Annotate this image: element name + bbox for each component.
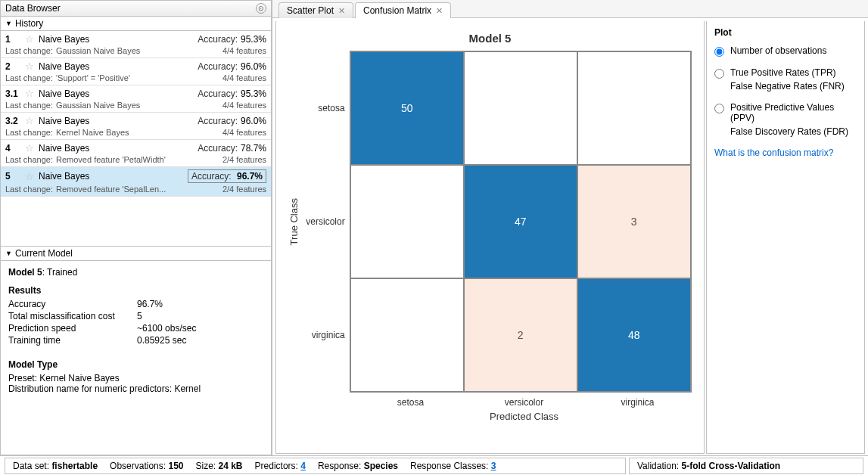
cm-cell-2-1: 2 — [464, 278, 577, 392]
status-predictors: Predictors: 4 — [255, 461, 306, 471]
result-row: Training time0.85925 sec — [8, 335, 263, 346]
status-response: Response: Species — [318, 461, 398, 471]
confusion-matrix-grid: 50473248 — [350, 51, 692, 393]
result-row: Total misclassification cost5 — [8, 311, 263, 321]
history-item-2[interactable]: 2 ☆ Naive Bayes Accuracy: 96.0% Last cha… — [1, 58, 271, 85]
radio-num-obs-input[interactable] — [714, 47, 724, 57]
data-browser-title: Data Browser — [5, 3, 61, 14]
status-observations: Observations: 150 — [110, 461, 183, 471]
xtick: setosa — [354, 397, 468, 408]
radio-ppv-label: Positive Predictive Values (PPV) — [730, 102, 857, 123]
x-axis-label: Predicted Class — [354, 411, 695, 422]
modeltype-line: Preset: Kernel Naive Bayes — [8, 373, 263, 383]
result-row: Prediction speed~6100 obs/sec — [8, 323, 263, 334]
current-model-body[interactable]: Model 5: Trained Results Accuracy96.7%To… — [0, 261, 272, 455]
history-item-1[interactable]: 1 ☆ Naive Bayes Accuracy: 95.3% Last cha… — [1, 31, 271, 58]
history-item-3.2[interactable]: 3.2 ☆ Naive Bayes Accuracy: 96.0% Last c… — [1, 113, 271, 140]
cm-cell-2-2: 48 — [577, 278, 691, 392]
radio-tpr-fnr[interactable]: True Positive Rates (TPR) False Negative… — [714, 67, 857, 92]
radio-ppv-fdr[interactable]: Positive Predictive Values (PPV) False D… — [714, 102, 857, 137]
cm-cell-2-0 — [350, 278, 464, 392]
radio-fdr-label: False Discovery Rates (FDR) — [730, 126, 857, 137]
cm-cell-1-2: 3 — [577, 165, 691, 278]
close-icon[interactable]: ✕ — [338, 6, 345, 16]
plot-options-header: Plot — [714, 27, 857, 38]
modeltype-heading: Model Type — [8, 359, 263, 370]
current-model-title: Model 5: Trained — [8, 267, 263, 278]
y-ticks: setosaversicolorvirginica — [306, 51, 344, 392]
cm-cell-1-0 — [350, 165, 464, 278]
left-panel: Data Browser ⊙ ▼ History 1 ☆ Naive Bayes… — [0, 0, 272, 455]
status-box-main: Data set: fishertable Observations: 150 … — [5, 458, 626, 474]
xtick: versicolor — [468, 397, 581, 408]
radio-tpr-label: True Positive Rates (TPR) — [730, 67, 845, 78]
history-list[interactable]: 1 ☆ Naive Bayes Accuracy: 95.3% Last cha… — [0, 31, 272, 247]
cm-cell-0-2 — [577, 51, 691, 165]
collapse-icon[interactable]: ⊙ — [256, 3, 266, 14]
plot-options-panel: Plot Number of observations True Positiv… — [706, 21, 865, 454]
right-area: Scatter Plot✕Confusion Matrix✕ Model 5 T… — [272, 0, 868, 455]
status-dataset: Data set: fishertable — [13, 461, 98, 471]
help-link[interactable]: What is the confusion matrix? — [714, 147, 857, 158]
history-header[interactable]: ▼ History — [0, 17, 272, 31]
status-response-classes: Response Classes: 3 — [410, 461, 496, 471]
response-classes-link[interactable]: 3 — [491, 461, 496, 471]
tab-confusion-matrix[interactable]: Confusion Matrix✕ — [355, 2, 451, 18]
status-size: Size: 24 kB — [195, 461, 242, 471]
tabs-bar: Scatter Plot✕Confusion Matrix✕ — [272, 0, 868, 18]
radio-num-obs[interactable]: Number of observations — [714, 45, 857, 57]
chevron-down-icon: ▼ — [5, 250, 12, 257]
data-browser-header: Data Browser ⊙ — [0, 0, 272, 17]
cm-cell-1-1: 47 — [464, 165, 577, 278]
y-axis-label: True Class — [288, 198, 300, 245]
ytick: setosa — [306, 51, 344, 165]
history-header-label: History — [15, 18, 43, 29]
star-icon[interactable]: ☆ — [25, 88, 34, 99]
cm-cell-0-1 — [464, 51, 577, 165]
radio-tpr-fnr-input[interactable] — [714, 69, 724, 79]
radio-fnr-label: False Negative Rates (FNR) — [730, 81, 845, 92]
star-icon[interactable]: ☆ — [25, 33, 34, 45]
plot-area: Model 5 True Class setosaversicolorvirgi… — [275, 21, 705, 454]
tab-scatter-plot[interactable]: Scatter Plot✕ — [278, 2, 353, 18]
xtick: virginica — [581, 397, 695, 408]
predictors-link[interactable]: 4 — [300, 461, 306, 471]
chevron-down-icon: ▼ — [5, 20, 12, 27]
current-model-header-label: Current Model — [15, 248, 73, 259]
star-icon[interactable]: ☆ — [25, 115, 34, 126]
cm-cell-0-0: 50 — [350, 51, 464, 165]
status-box-validation: Validation: 5-fold Cross-Validation — [629, 458, 863, 474]
x-ticks: setosaversicolorvirginica — [354, 397, 695, 408]
result-row: Accuracy96.7% — [8, 299, 263, 309]
close-icon[interactable]: ✕ — [436, 6, 443, 16]
history-item-3.1[interactable]: 3.1 ☆ Naive Bayes Accuracy: 95.3% Last c… — [1, 85, 271, 113]
status-validation: Validation: 5-fold Cross-Validation — [637, 461, 780, 471]
results-heading: Results — [8, 285, 263, 296]
ytick: versicolor — [306, 165, 344, 278]
history-item-5[interactable]: 5 ☆ Naive Bayes Accuracy: 96.7% Last cha… — [1, 167, 271, 197]
star-icon[interactable]: ☆ — [25, 142, 34, 154]
status-bar: Data set: fishertable Observations: 150 … — [0, 455, 868, 475]
radio-num-obs-label: Number of observations — [730, 45, 826, 56]
plot-title: Model 5 — [469, 32, 512, 45]
star-icon[interactable]: ☆ — [25, 171, 34, 182]
history-item-4[interactable]: 4 ☆ Naive Bayes Accuracy: 78.7% Last cha… — [1, 140, 271, 167]
radio-ppv-fdr-input[interactable] — [714, 104, 724, 113]
star-icon[interactable]: ☆ — [25, 61, 34, 72]
current-model-header[interactable]: ▼ Current Model — [0, 247, 272, 261]
modeltype-line: Distribution name for numeric predictors… — [8, 383, 263, 394]
ytick: virginica — [306, 278, 344, 392]
